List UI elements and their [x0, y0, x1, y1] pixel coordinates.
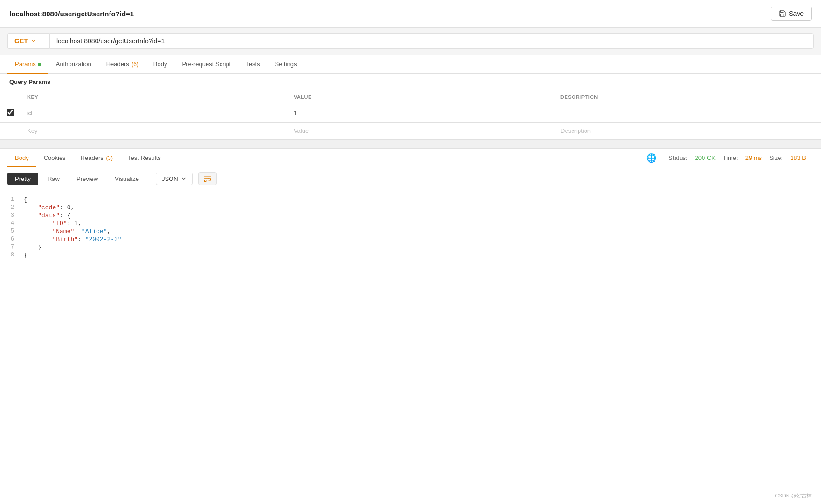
line-num-1: 1 — [0, 196, 23, 203]
json-format-select[interactable]: JSON — [156, 173, 193, 185]
line-num-7: 7 — [0, 244, 23, 250]
tab-headers[interactable]: Headers (6) — [99, 55, 146, 73]
tab-response-headers[interactable]: Headers (3) — [73, 149, 120, 167]
tab-tests[interactable]: Tests — [238, 55, 267, 73]
param-value[interactable]: 1 — [287, 104, 554, 123]
value-placeholder: Value — [294, 127, 309, 134]
line-content-8: } — [23, 252, 27, 259]
tab-cookies[interactable]: Cookies — [36, 149, 73, 167]
save-label: Save — [789, 10, 804, 17]
size-value: 183 B — [790, 154, 806, 161]
url-input[interactable] — [49, 33, 814, 49]
table-row: id 1 — [0, 104, 821, 123]
line-content-2: "code": 0, — [23, 204, 74, 211]
save-button[interactable]: Save — [771, 7, 812, 21]
col-description: DESCRIPTION — [554, 90, 821, 104]
status-label: Status: — [669, 154, 687, 161]
empty-description-input[interactable]: Description — [554, 123, 821, 139]
save-icon — [779, 10, 786, 17]
wrap-icon — [203, 175, 212, 182]
line-content-3: "data": { — [23, 212, 70, 219]
response-tabs-left: Body Cookies Headers (3) Test Results — [7, 149, 168, 167]
tab-cookies-label: Cookies — [44, 154, 66, 161]
time-value: 29 ms — [745, 154, 762, 161]
request-tabs-row: Params Authorization Headers (6) Body Pr… — [0, 55, 821, 74]
method-label: GET — [14, 37, 28, 45]
param-checkbox[interactable] — [7, 109, 14, 116]
col-checkbox — [0, 90, 21, 104]
tab-params-label: Params — [15, 61, 36, 68]
format-tab-pretty[interactable]: Pretty — [7, 173, 38, 185]
query-params-label: Query Params — [0, 74, 821, 90]
empty-value-input[interactable]: Value — [287, 123, 554, 139]
response-status: 🌐 Status: 200 OK Time: 29 ms Size: 183 B — [646, 153, 814, 163]
tab-authorization[interactable]: Authorization — [48, 55, 99, 73]
tab-params[interactable]: Params — [7, 55, 48, 73]
page-title: localhost:8080/user/getUserInfo?id=1 — [9, 10, 134, 18]
col-key: KEY — [21, 90, 287, 104]
headers-badge: (6) — [130, 61, 138, 68]
empty-checkbox-cell — [0, 123, 21, 139]
tab-settings[interactable]: Settings — [268, 55, 304, 73]
param-description[interactable] — [554, 104, 821, 123]
json-body: 1 { 2 "code": 0, 3 "data": { 4 "ID": 1, … — [0, 190, 821, 265]
tab-response-body-label: Body — [15, 154, 29, 161]
json-line-5: 5 "Name": "Alice", — [0, 228, 821, 235]
chevron-down-icon — [181, 176, 186, 181]
line-num-2: 2 — [0, 204, 23, 211]
line-content-6: "Birth": "2002-2-3" — [23, 236, 122, 243]
json-line-1: 1 { — [0, 196, 821, 204]
json-format-label: JSON — [162, 175, 178, 182]
line-content-4: "ID": 1, — [23, 220, 82, 227]
format-tab-preview[interactable]: Preview — [69, 173, 105, 185]
wrap-lines-button[interactable] — [198, 172, 217, 185]
tab-body[interactable]: Body — [146, 55, 175, 73]
json-line-2: 2 "code": 0, — [0, 204, 821, 212]
size-label: Size: — [769, 154, 783, 161]
tab-pre-request-label: Pre-request Script — [182, 61, 231, 68]
format-tab-raw[interactable]: Raw — [40, 173, 67, 185]
tab-headers-label: Headers — [106, 61, 129, 68]
format-tabs-row: Pretty Raw Preview Visualize JSON — [0, 167, 821, 190]
tab-response-body[interactable]: Body — [7, 149, 36, 167]
section-divider — [0, 139, 821, 149]
chevron-down-icon — [31, 38, 36, 44]
response-tabs-row: Body Cookies Headers (3) Test Results 🌐 … — [0, 149, 821, 167]
tab-tests-label: Tests — [246, 61, 260, 68]
param-key[interactable]: id — [21, 104, 287, 123]
table-row-empty: Key Value Description — [0, 123, 821, 139]
row-checkbox-cell — [0, 104, 21, 123]
line-num-5: 5 — [0, 228, 23, 235]
line-num-3: 3 — [0, 212, 23, 219]
empty-key-input[interactable]: Key — [21, 123, 287, 139]
description-placeholder: Description — [560, 127, 591, 134]
line-num-8: 8 — [0, 252, 23, 258]
json-line-4: 4 "ID": 1, — [0, 220, 821, 228]
key-placeholder: Key — [27, 127, 37, 134]
json-line-6: 6 "Birth": "2002-2-3" — [0, 235, 821, 243]
line-content-7: } — [23, 244, 41, 251]
tab-pre-request-script[interactable]: Pre-request Script — [174, 55, 238, 73]
tab-authorization-label: Authorization — [56, 61, 91, 68]
globe-icon: 🌐 — [646, 153, 656, 163]
col-value: VALUE — [287, 90, 554, 104]
params-dot — [38, 63, 41, 66]
response-headers-badge: (3) — [106, 155, 113, 161]
format-tab-visualize[interactable]: Visualize — [107, 173, 146, 185]
status-value: 200 OK — [695, 154, 716, 161]
line-content-5: "Name": "Alice", — [23, 228, 110, 235]
line-content-1: { — [23, 196, 27, 203]
tab-test-results[interactable]: Test Results — [120, 149, 168, 167]
tab-body-label: Body — [153, 61, 167, 68]
method-select[interactable]: GET — [7, 33, 49, 49]
tab-settings-label: Settings — [275, 61, 297, 68]
json-line-3: 3 "data": { — [0, 212, 821, 220]
tab-response-headers-label: Headers — [81, 154, 103, 161]
json-line-8: 8 } — [0, 251, 821, 259]
line-num-4: 4 — [0, 220, 23, 227]
time-label: Time: — [723, 154, 738, 161]
line-num-6: 6 — [0, 236, 23, 242]
request-bar: GET — [0, 28, 821, 55]
tab-test-results-label: Test Results — [128, 154, 161, 161]
header-bar: localhost:8080/user/getUserInfo?id=1 Sav… — [0, 0, 821, 28]
